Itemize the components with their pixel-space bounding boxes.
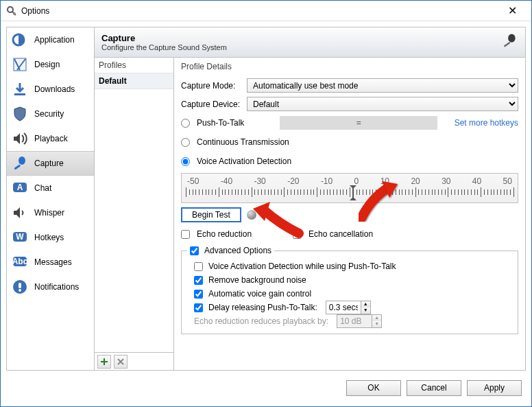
advanced-options-label: Advanced Options [204,246,271,255]
test-led-icon [247,210,256,220]
svg-point-0 [8,7,13,12]
sidebar-item-playback[interactable]: Playback [7,126,94,151]
svg-point-16 [508,34,516,43]
ruler-label: 0 [354,176,359,186]
sidebar-item-label: Security [34,109,64,119]
ruler-label: 20 [411,176,420,186]
capture-device-label: Capture Device: [181,100,243,109]
svg-text:W: W [16,232,24,242]
sidebar-item-messages[interactable]: AbcMessages [7,250,94,275]
capture-mode-select[interactable]: Automatically use best mode [247,78,518,93]
sidebar-item-downloads[interactable]: Downloads [7,77,94,102]
sidebar-item-label: Chat [34,183,51,193]
ok-button[interactable]: OK [346,380,401,396]
svg-rect-4 [14,93,25,95]
adv-delay-checkbox[interactable] [194,303,203,312]
continuous-label: Continuous Transmission [197,137,289,147]
svg-point-15 [19,289,21,292]
svg-text:A: A [17,183,23,192]
vad-radio[interactable] [181,157,190,166]
begin-test-button[interactable]: Begin Test [181,207,241,222]
adv-gain-label: Automatic voice gain control [208,289,311,299]
titlebar: Options ✕ [1,1,531,21]
echo-reduction-checkbox[interactable] [181,230,190,239]
set-more-hotkeys-link[interactable]: Set more hotkeys [455,118,518,128]
messages-icon: Abc [11,253,29,271]
window-title: Options [21,6,49,16]
delay-spinner[interactable]: ▲▼ [326,301,371,314]
sidebar-item-chat[interactable]: AChat [7,176,94,200]
ruler-label: 10 [380,176,389,186]
profile-item[interactable]: Default [95,73,173,89]
vad-threshold-slider[interactable]: -50-40-30-20-1001020304050 [181,173,518,203]
spin-up-icon[interactable]: ▲ [361,301,370,307]
ruler-label: 50 [503,176,512,186]
sidebar-item-design[interactable]: Design [7,52,94,77]
sidebar-item-notifications[interactable]: Notifications [7,275,94,299]
app-icon [6,5,17,16]
echo-db-value [337,315,372,327]
vad-label: Voice Activation Detection [197,156,291,166]
whisper-icon [11,204,29,222]
sidebar-item-capture[interactable]: Capture [7,151,94,176]
apply-button[interactable]: Apply [467,380,522,396]
profiles-heading: Profiles [95,58,173,73]
chat-icon: A [11,179,29,197]
svg-rect-6 [14,164,21,170]
capture-device-select[interactable]: Default [247,97,518,111]
options-window: Options ✕ ApplicationDesignDownloadsSecu… [0,0,532,407]
playback-icon [11,130,29,148]
adv-echo-reduces-label: Echo reduction reduces playback by: [194,316,328,326]
sidebar-item-security[interactable]: Security [7,102,94,126]
echo-cancellation-checkbox[interactable] [293,230,302,239]
adv-noise-checkbox[interactable] [194,276,203,285]
add-profile-button[interactable] [97,355,111,369]
svg-rect-17 [504,42,511,47]
ruler-label: 30 [442,176,450,186]
profile-details-heading: Profile Details [181,60,518,74]
sidebar-item-hotkeys[interactable]: WHotkeys [7,225,94,250]
ptt-radio[interactable] [181,119,190,128]
hotkeys-icon: W [11,229,29,246]
cancel-button[interactable]: Cancel [407,380,461,396]
ruler-label: -40 [221,176,232,186]
microphone-icon [499,32,518,53]
ruler-label: -10 [321,176,332,186]
advanced-options-checkbox[interactable] [190,246,199,255]
close-button[interactable]: ✕ [498,4,526,17]
echo-reduction-label: Echo reduction [197,229,252,239]
spin-down-icon: ▼ [372,321,381,327]
spin-up-icon: ▲ [372,315,381,321]
svg-text:Abc: Abc [12,257,28,266]
remove-profile-button[interactable] [114,355,128,369]
ptt-label: Push-To-Talk [197,118,244,128]
sidebar-item-label: Capture [34,159,64,168]
spin-down-icon[interactable]: ▼ [361,307,370,314]
profiles-panel: Profiles Default [95,58,174,370]
adv-vad-ptt-label: Voice Activation Detection while using P… [208,261,396,271]
adv-gain-checkbox[interactable] [194,290,203,299]
ruler-label: -30 [254,176,265,186]
svg-point-1 [13,12,16,15]
security-icon [11,105,29,123]
adv-vad-ptt-checkbox[interactable] [194,262,203,271]
advanced-options-group: Advanced Options Voice Activation Detect… [181,246,518,334]
category-sidebar: ApplicationDesignDownloadsSecurityPlayba… [7,27,95,370]
application-icon [11,31,29,49]
sidebar-item-label: Design [34,60,60,69]
delay-value[interactable] [326,301,361,314]
sidebar-item-label: Hotkeys [34,233,64,242]
downloads-icon [11,80,29,98]
ruler-label: 40 [472,176,481,186]
echo-cancellation-label: Echo cancellation [309,229,373,239]
ruler-label: -20 [287,176,299,186]
sidebar-item-label: Downloads [34,84,75,94]
adv-delay-label: Delay releasing Push-To-Talk: [208,303,317,312]
notifications-icon [11,278,29,296]
sidebar-item-label: Messages [34,257,72,267]
sidebar-item-whisper[interactable]: Whisper [7,200,94,225]
sidebar-item-application[interactable]: Application [7,27,94,52]
continuous-radio[interactable] [181,138,190,147]
ptt-hotkey-field[interactable] [280,116,437,130]
design-icon [11,56,29,73]
